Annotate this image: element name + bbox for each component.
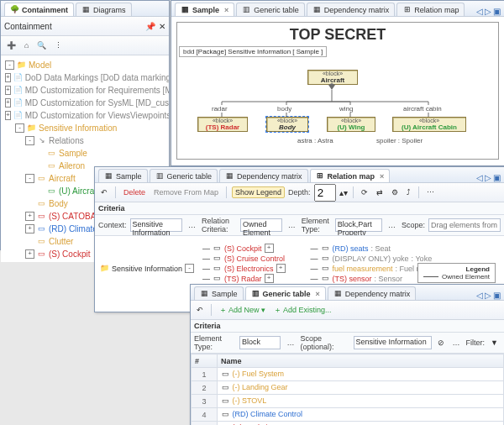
table-row[interactable]: 3▭ (-) STOVL — [192, 395, 504, 408]
tree-row[interactable]: +📄DoD Data Markings [DoD data markings.m… — [3, 71, 167, 84]
tree-row[interactable]: +📄MD Customization for ViewsViewpoints [… — [3, 109, 167, 122]
nav-left-icon[interactable]: ◁ — [476, 7, 483, 16]
tab-sample[interactable]: ▦Sample× — [175, 3, 234, 16]
block-radar[interactable]: «block»(TS) Radar — [197, 117, 248, 132]
table-row[interactable]: 2▭ (-) Landing Gear — [192, 381, 504, 395]
tab-sample[interactable]: ▦Sample — [194, 286, 244, 300]
close-icon[interactable]: × — [380, 172, 384, 181]
browse-button[interactable]: … — [450, 338, 463, 348]
maximize-icon[interactable]: ▣ — [493, 173, 501, 182]
collapse-icon[interactable]: - — [185, 264, 194, 273]
settings-icon[interactable]: ⚙ — [389, 187, 401, 197]
expand-icon[interactable]: ➕ — [4, 40, 18, 50]
block-body[interactable]: «block»Body — [266, 117, 308, 132]
export-icon[interactable]: ⤴ — [404, 187, 413, 197]
tab-generic-table[interactable]: ▥Generic table× — [245, 286, 326, 300]
scope-input[interactable] — [428, 218, 501, 232]
more-icon[interactable]: ⋯ — [424, 187, 437, 197]
toggle-icon[interactable]: + — [5, 111, 11, 120]
tab-sample[interactable]: ▦Sample — [98, 169, 148, 182]
search-icon[interactable]: 🔍 — [34, 40, 49, 50]
nav-left-icon[interactable]: ◁ — [476, 173, 483, 182]
maximize-icon[interactable]: ▣ — [493, 7, 501, 16]
col-num[interactable]: # — [192, 354, 218, 368]
browse-button[interactable]: … — [186, 220, 198, 230]
nav-right-icon[interactable]: ▷ — [485, 173, 491, 182]
map-node[interactable]: — ▭(TS) Radar + — [202, 274, 286, 283]
table-scroll[interactable]: #Name 1▭ (-) Fuel System2▭ (-) Landing G… — [191, 354, 504, 425]
tree-row[interactable]: ▭Sample — [3, 147, 167, 160]
browse-button[interactable]: … — [284, 338, 297, 348]
toggle-icon[interactable]: + — [25, 224, 34, 233]
layout-icon[interactable]: ⇄ — [374, 187, 386, 197]
toggle-icon[interactable]: + — [25, 212, 34, 221]
map-node[interactable]: — ▭(S) Cockpit + — [202, 244, 286, 253]
clear-button[interactable]: ⊘ — [435, 338, 447, 348]
element-type-input[interactable]: Block — [239, 336, 281, 349]
expand-icon[interactable]: + — [265, 274, 274, 283]
pin-icon[interactable]: 📌 — [145, 22, 155, 31]
nav-left-icon[interactable]: ◁ — [476, 291, 483, 300]
tab-dependency-matrix[interactable]: ▦Dependency matrix — [219, 169, 308, 182]
toggle-icon[interactable]: - — [25, 174, 34, 183]
tab-dependency-matrix[interactable]: ▦Dependency matrix — [328, 286, 417, 300]
back-icon[interactable]: ↶ — [194, 305, 206, 315]
block-wing[interactable]: «block»(U) Wing — [327, 117, 375, 132]
toggle-icon[interactable]: + — [5, 73, 11, 82]
tree-row[interactable]: -📁Sensitive Information — [3, 122, 167, 134]
expand-icon[interactable]: + — [276, 264, 286, 273]
nav-right-icon[interactable]: ▷ — [485, 291, 491, 300]
scope-input[interactable]: Sensitive Information — [354, 336, 432, 349]
browse-button[interactable]: … — [286, 220, 298, 230]
map-node[interactable]: — ▭(S) Cruise Control — [202, 254, 286, 263]
map-node[interactable]: — ▭(DISPLAY ONLY) yoke : Yoke — [311, 254, 463, 263]
map-node[interactable]: — ▭(RD) seats : Seat — [311, 244, 463, 253]
delete-button[interactable]: Delete — [121, 187, 148, 197]
tree-row[interactable]: +📄MD Customization for SysML [MD_customi… — [3, 97, 167, 109]
tab-relation-map[interactable]: ⊞Relation map — [396, 3, 465, 16]
toggle-icon[interactable]: - — [5, 60, 14, 70]
options-icon[interactable]: ⋮ — [52, 40, 65, 50]
toggle-icon[interactable]: + — [5, 98, 11, 108]
back-icon[interactable]: ↶ — [98, 187, 110, 197]
home-icon[interactable]: ⌂ — [22, 40, 31, 50]
close-icon[interactable]: ✕ — [159, 22, 165, 31]
generic-table[interactable]: #Name 1▭ (-) Fuel System2▭ (-) Landing G… — [191, 354, 504, 425]
toggle-icon[interactable]: - — [15, 123, 24, 133]
add-existing-button[interactable]: ＋ Add Existing... — [271, 304, 334, 317]
nav-right-icon[interactable]: ▷ — [485, 7, 491, 16]
depth-input[interactable] — [314, 184, 336, 202]
maximize-icon[interactable]: ▣ — [493, 291, 501, 300]
map-root[interactable]: 📁Sensitive Information- — [100, 264, 194, 273]
tab-generic-table[interactable]: ▥Generic table — [236, 3, 305, 16]
tab-generic-table[interactable]: ▥Generic table — [150, 169, 218, 182]
expand-icon[interactable]: + — [265, 244, 274, 253]
close-icon[interactable]: × — [316, 290, 320, 298]
tree-row[interactable]: +📄MD Customization for Requirements [MD_… — [3, 84, 167, 97]
toggle-icon[interactable]: - — [25, 136, 34, 145]
table-row[interactable]: 5▭ (S) Cockpit — [192, 422, 504, 426]
add-new-button[interactable]: ＋ Add New ▾ — [217, 304, 268, 317]
tab-containment[interactable]: 🌳Containment — [4, 3, 74, 16]
toggle-icon[interactable]: + — [25, 249, 34, 259]
tree-row[interactable]: -↘Relations — [3, 134, 167, 147]
block-cabin[interactable]: «block»(U) Aircraft Cabin — [392, 117, 466, 132]
tab-relation-map[interactable]: ⊞Relation map× — [310, 169, 391, 182]
close-icon[interactable]: × — [224, 6, 228, 14]
table-row[interactable]: 4▭ (RD) Climate Control — [192, 408, 504, 422]
filter-icon[interactable]: ▼ — [488, 338, 501, 348]
table-row[interactable]: 1▭ (-) Fuel System — [192, 368, 504, 381]
tab-dependency-matrix[interactable]: ▦Dependency matrix — [307, 3, 396, 16]
remove-from-map-button[interactable]: Remove From Map — [151, 187, 221, 197]
refresh-icon[interactable]: ⟳ — [359, 187, 370, 197]
show-legend-button[interactable]: Show Legend — [232, 186, 285, 198]
map-node[interactable]: — ▭(S) Electronics + — [202, 264, 286, 273]
relation-input[interactable]: Owned Element — [240, 218, 282, 232]
element-type-input[interactable]: Block,Part Property — [335, 218, 382, 232]
context-input[interactable]: Sensitive Information — [130, 218, 182, 232]
col-name[interactable]: Name — [218, 354, 504, 368]
tree-row[interactable]: -📁Model — [3, 59, 167, 71]
stepper-icon[interactable]: ▴▾ — [339, 188, 348, 197]
diagram-canvas[interactable]: TOP SECRET bdd [Package] Sensitive Infor… — [171, 17, 504, 165]
tab-diagrams[interactable]: ▦Diagrams — [76, 3, 132, 16]
